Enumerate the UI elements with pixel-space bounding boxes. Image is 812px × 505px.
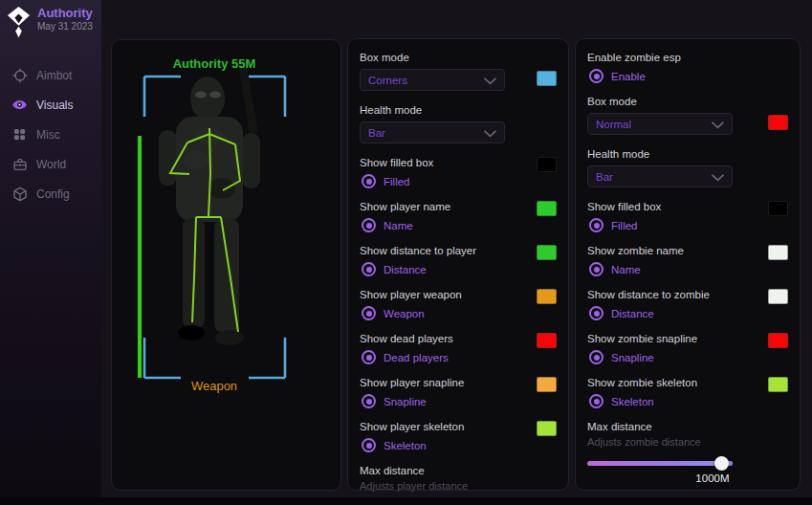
setting-label: Show zombie snapline [587,332,766,346]
color-swatch[interactable] [768,245,788,260]
sidebar-item-visuals[interactable]: Visuals [0,91,101,119]
color-swatch[interactable] [768,289,788,304]
show-zombie-name-row: Show zombie nameName [587,244,788,283]
sidebar-item-misc[interactable]: Misc [0,121,101,148]
player-esp-panel: Box modeCornersHealth modeBarShow filled… [347,38,569,491]
color-swatch[interactable] [537,201,557,216]
box-mode-row: Box modeCorners [360,51,557,99]
radio-icon [589,306,604,320]
color-swatch[interactable] [768,201,788,216]
radio-label: Skeleton [384,440,427,451]
radio-label: Snapline [611,352,654,363]
radio-label: Filled [611,220,637,231]
authority-diamond-icon [7,7,31,42]
show-filled-box-row: Show filled boxFilled [587,200,788,239]
name-radio[interactable]: Name [589,262,766,276]
setting-label: Box mode [587,95,766,109]
show-zombie-skeleton-row: Show zombie skeletonSkeleton [587,376,788,415]
radio-label: Name [611,264,641,275]
eye-icon [11,97,28,113]
health-mode-dropdown[interactable]: Bar [587,165,733,187]
radio-label: Dead players [384,352,449,363]
setting-label: Show distance to player [360,244,535,258]
show-player-name-row: Show player nameName [360,200,557,239]
esp-preview-canvas: Authority 55M Weapon [112,40,340,490]
setting-label: Health mode [360,103,535,118]
radio-icon [362,174,376,188]
snapline-radio[interactable]: Snapline [589,350,766,364]
skeleton-radio[interactable]: Skeleton [362,438,535,452]
chevron-down-icon [484,124,496,142]
crosshair-icon [11,67,28,83]
skeleton-radio[interactable]: Skeleton [589,394,766,408]
color-swatch[interactable] [537,377,557,392]
radio-icon [362,350,376,364]
weapon-label: Weapon [191,379,237,393]
box-mode-dropdown[interactable]: Corners [360,69,505,91]
box-mode-dropdown[interactable]: Normal [587,113,733,135]
health-mode-dropdown[interactable]: Bar [360,121,505,143]
color-swatch[interactable] [537,245,557,260]
slider-thumb[interactable] [714,456,729,471]
esp-preview-panel: Authority 55M Weapon [111,39,341,491]
radio-label: Weapon [384,308,425,319]
sidebar-item-world[interactable]: World [0,150,101,178]
distance-radio[interactable]: Distance [362,262,535,276]
show-filled-box-row: Show filled boxFilled [360,156,557,195]
name-radio[interactable]: Name [362,218,535,232]
dropdown-selected-value: Corners [368,75,407,86]
enable-radio[interactable]: Enable [589,69,766,83]
setting-label: Show zombie name [587,244,766,258]
chevron-down-icon [484,72,496,89]
brand-name: Authority [37,6,93,20]
sidebar-item-label: Visuals [36,99,73,112]
snapline-radio[interactable]: Snapline [362,394,535,408]
filled-radio[interactable]: Filled [589,218,766,232]
sidebar-item-config[interactable]: Config [0,180,101,208]
radio-label: Distance [611,308,654,319]
color-swatch[interactable] [768,333,788,348]
radio-label: Name [384,220,413,231]
filled-radio[interactable]: Filled [362,174,535,188]
radio-label: Snapline [384,396,427,407]
slider-track[interactable] [587,461,733,466]
show-distance-to-player-row: Show distance to playerDistance [360,244,557,283]
setting-label: Show zombie skeleton [587,376,766,390]
sidebar-item-aimbot[interactable]: Aimbot [0,61,101,89]
color-swatch[interactable] [768,115,788,130]
radio-label: Filled [384,176,409,187]
show-player-skeleton-row: Show player skeletonSkeleton [360,420,557,459]
color-swatch[interactable] [537,421,557,436]
max-distance-slider[interactable]: 1000M [587,456,733,491]
weapon-radio[interactable]: Weapon [362,306,535,320]
grid-icon [11,126,28,143]
color-swatch[interactable] [768,377,788,392]
radio-icon [589,394,604,408]
setting-label: Enable zombie esp [587,51,766,65]
setting-label: Show distance to zombie [587,288,766,302]
briefcase-icon [11,156,28,172]
color-swatch[interactable] [537,289,557,304]
cube-icon [11,186,28,202]
zombie-esp-panel: Enable zombie espEnableBox modeNormalHea… [575,38,801,491]
setting-label: Max distance [360,464,535,478]
color-swatch[interactable] [537,333,557,348]
distance-radio[interactable]: Distance [589,306,766,320]
sidebar-item-label: World [36,158,66,171]
setting-label: Show dead players [360,332,535,346]
health-mode-row: Health modeBar [587,147,788,195]
radio-label: Distance [384,264,427,275]
sidebar-nav: AimbotVisualsMiscWorldConfig [0,61,101,208]
player-name-label: Authority 55M [173,56,256,71]
sidebar-item-label: Aimbot [36,69,72,82]
sidebar-item-label: Misc [36,128,60,142]
show-zombie-snapline-row: Show zombie snaplineSnapline [587,332,788,371]
color-swatch[interactable] [537,157,557,172]
color-swatch[interactable] [537,71,557,86]
setting-label: Show player name [360,200,535,214]
dead-players-radio[interactable]: Dead players [362,350,535,364]
chevron-down-icon [712,168,724,186]
brand: Authority May 31 2023 [0,0,101,48]
setting-label: Max distance [587,420,766,434]
radio-label: Skeleton [611,396,654,407]
